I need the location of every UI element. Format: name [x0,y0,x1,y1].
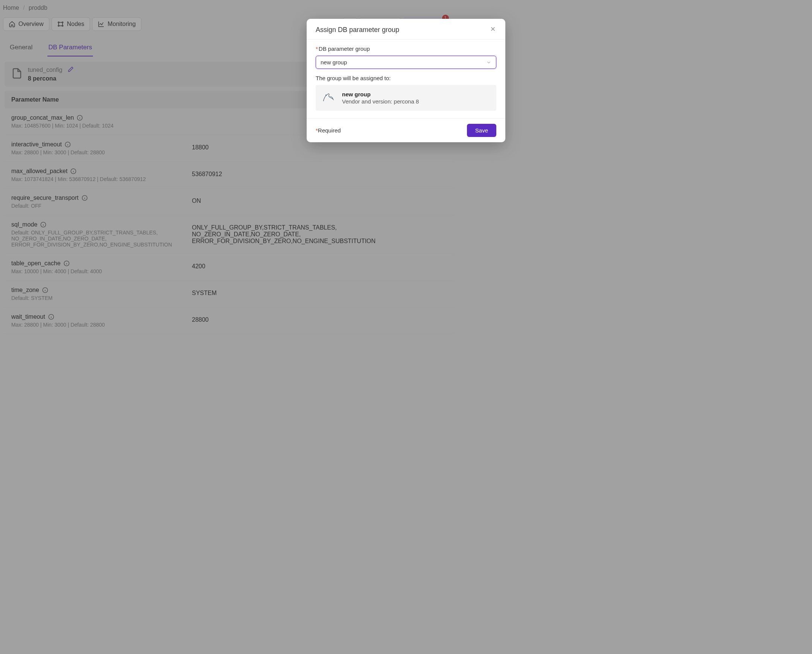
mysql-icon [322,90,335,105]
required-asterisk: * [316,46,318,52]
modal-overlay[interactable]: Assign DB parameter group *DB parameter … [0,0,458,343]
assign-box: new group Vendor and version: percona 8 [316,85,458,111]
param-group-select[interactable]: new group [316,56,458,69]
required-note-text: Required [318,127,341,134]
modal-footer: *Required Save [307,118,458,142]
modal-header: Assign DB parameter group [307,19,458,40]
required-note: *Required [316,127,341,134]
modal-body: *DB parameter group new group The group … [307,40,458,118]
assign-modal: Assign DB parameter group *DB parameter … [307,19,458,142]
modal-title: Assign DB parameter group [316,26,399,34]
assign-group-name: new group [342,91,419,98]
assign-text: The group will be assigned to: [316,75,458,81]
select-value: new group [321,59,347,66]
param-group-label-text: DB parameter group [319,46,370,52]
param-group-label: *DB parameter group [316,46,458,52]
assign-group-meta: Vendor and version: percona 8 [342,98,419,105]
svg-point-13 [326,95,326,95]
